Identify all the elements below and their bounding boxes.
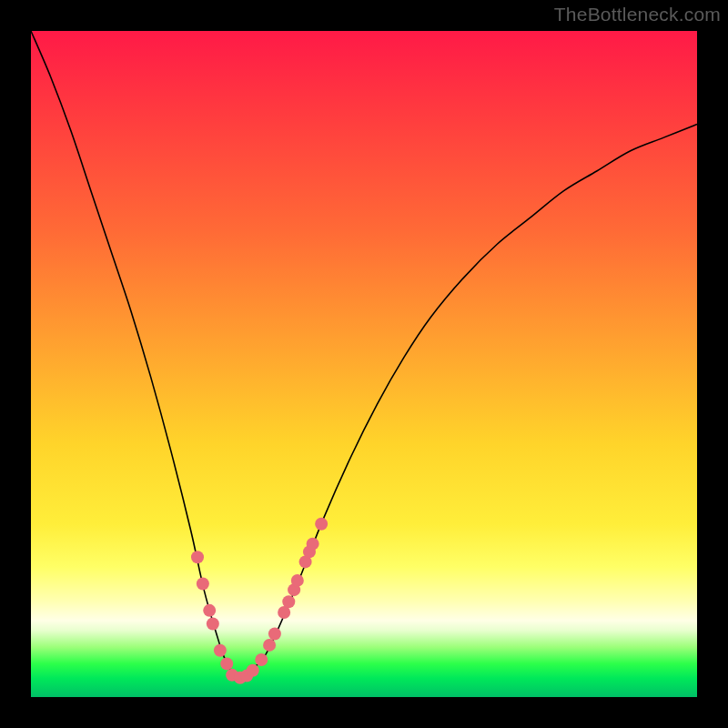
data-marker [291, 574, 304, 587]
chart-frame: TheBottleneck.com [0, 0, 728, 728]
data-marker [263, 639, 276, 652]
data-marker [315, 518, 328, 531]
data-marker [307, 538, 319, 551]
bottleneck-curve [31, 31, 697, 678]
data-marker [197, 578, 209, 591]
data-marker [282, 595, 295, 608]
watermark-text: TheBottleneck.com [554, 4, 721, 25]
plot-area [31, 31, 697, 697]
data-markers [191, 518, 328, 684]
data-marker [268, 627, 281, 640]
data-marker [191, 551, 204, 563]
data-marker [220, 657, 233, 670]
data-marker [255, 653, 268, 666]
bottleneck-curve-svg [31, 31, 697, 697]
data-marker [203, 604, 216, 617]
data-marker [214, 644, 227, 657]
data-marker [247, 664, 259, 677]
data-marker [207, 617, 219, 630]
